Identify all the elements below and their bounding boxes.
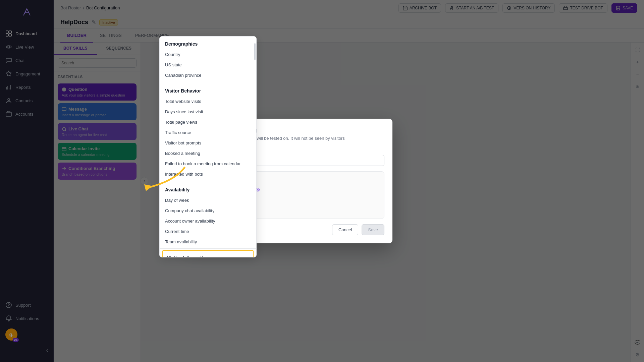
dropdown-item-account-owner[interactable]: Account owner availability bbox=[160, 216, 256, 226]
dropdown-item-team-availability[interactable]: Team availability bbox=[160, 237, 256, 247]
section-title-visitor-behavior: Visitor Behavior bbox=[160, 83, 256, 96]
save-modal-button[interactable]: Save bbox=[362, 224, 384, 235]
dropdown-item-days-since-visit[interactable]: Days since last visit bbox=[160, 107, 256, 117]
dropdown-scrollbar bbox=[254, 43, 256, 60]
dropdown-item-company-chat[interactable]: Company chat availability bbox=[160, 205, 256, 216]
dropdown-item-current-time[interactable]: Current time bbox=[160, 226, 256, 237]
dropdown-item-traffic-source[interactable]: Traffic source bbox=[160, 127, 256, 138]
condition-dropdown: Demographics Country US state Canadian p… bbox=[159, 36, 257, 257]
dropdown-item-total-visits[interactable]: Total website visits bbox=[160, 96, 256, 107]
dropdown-item-interacted-bots[interactable]: Interacted with bots bbox=[160, 169, 256, 179]
section-title-visitor-info: Visitor Information bbox=[163, 251, 253, 257]
section-title-demographics: Demographics bbox=[160, 37, 256, 49]
section-title-availability: Availability bbox=[160, 182, 256, 195]
modal-overlay: Conditional Branching This is the condit… bbox=[0, 0, 644, 362]
dropdown-item-booked-meeting[interactable]: Booked a meeting bbox=[160, 148, 256, 159]
dropdown-item-visitor-bot-prompts[interactable]: Visitor bot prompts bbox=[160, 138, 256, 148]
dropdown-scroll: Demographics Country US state Canadian p… bbox=[160, 37, 256, 257]
divider-1 bbox=[160, 82, 256, 82]
dropdown-item-total-pageviews[interactable]: Total page views bbox=[160, 117, 256, 127]
divider-2 bbox=[160, 181, 256, 181]
dropdown-item-failed-booking[interactable]: Failed to book a meeting from calendar bbox=[160, 159, 256, 169]
svg-marker-17 bbox=[144, 184, 153, 191]
dropdown-item-country[interactable]: Country bbox=[160, 49, 256, 60]
dropdown-item-us-state[interactable]: US state bbox=[160, 60, 256, 70]
cancel-button[interactable]: Cancel bbox=[332, 224, 358, 235]
dropdown-item-day-of-week[interactable]: Day of week bbox=[160, 195, 256, 205]
modal-footer-buttons: Cancel Save bbox=[332, 224, 384, 235]
visitor-info-section: Visitor Information Visitor's email Visi… bbox=[162, 250, 254, 257]
divider-3 bbox=[160, 248, 256, 249]
dropdown-item-canadian-province[interactable]: Canadian province bbox=[160, 70, 256, 80]
